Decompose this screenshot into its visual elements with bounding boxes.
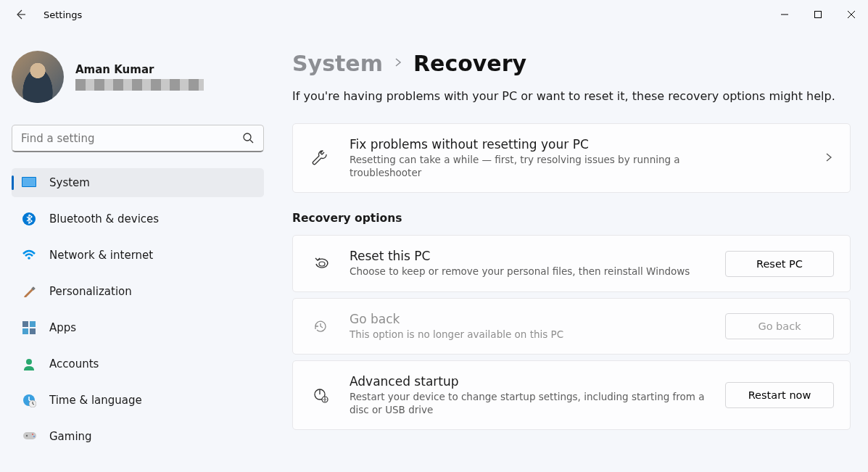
- svg-point-20: [319, 262, 325, 266]
- reset-icon: [310, 255, 331, 273]
- back-button[interactable]: [13, 7, 28, 22]
- nav-bluetooth[interactable]: Bluetooth & devices: [12, 204, 264, 233]
- app-title: Settings: [44, 9, 82, 20]
- personalization-icon: [22, 284, 36, 299]
- nav-label: Gaming: [49, 430, 92, 443]
- nav-label: Apps: [49, 321, 76, 334]
- wifi-icon: [22, 248, 36, 262]
- close-button[interactable]: [835, 0, 868, 29]
- bluetooth-icon: [22, 212, 36, 226]
- card-title: Reset this PC: [350, 249, 706, 263]
- user-profile[interactable]: Aman Kumar: [12, 51, 265, 103]
- intro-text: If you're having problems with your PC o…: [292, 89, 853, 103]
- card-subtitle: Resetting can take a while — first, try …: [350, 153, 727, 179]
- nav-gaming[interactable]: Gaming: [12, 422, 264, 451]
- chevron-right-icon: [393, 57, 403, 70]
- card-subtitle: This option is no longer available on th…: [350, 328, 706, 341]
- avatar: [12, 51, 64, 103]
- svg-rect-5: [22, 178, 36, 186]
- apps-icon: [22, 320, 36, 335]
- advanced-startup-card: Advanced startup Restart your device to …: [292, 360, 851, 430]
- card-title: Advanced startup: [350, 374, 706, 389]
- svg-rect-12: [30, 328, 36, 334]
- history-icon: [310, 318, 331, 335]
- user-email-redacted: [75, 79, 204, 91]
- card-subtitle: Restart your device to change startup se…: [350, 390, 706, 416]
- section-title: Recovery options: [292, 212, 853, 225]
- svg-point-2: [244, 133, 251, 141]
- card-subtitle: Choose to keep or remove your personal f…: [350, 265, 706, 278]
- svg-point-18: [32, 434, 33, 435]
- svg-point-17: [26, 435, 28, 436]
- card-title: Go back: [350, 312, 706, 326]
- svg-point-19: [33, 436, 35, 437]
- user-name: Aman Kumar: [75, 63, 204, 76]
- system-icon: [22, 175, 36, 190]
- accounts-icon: [22, 357, 36, 371]
- restart-now-button[interactable]: Restart now: [725, 382, 834, 408]
- nav-label: Time & language: [49, 394, 142, 407]
- fix-problems-card[interactable]: Fix problems without resetting your PC R…: [292, 123, 851, 193]
- nav-label: Personalization: [49, 285, 132, 298]
- breadcrumb-current: Recovery: [413, 51, 526, 76]
- svg-rect-10: [30, 321, 36, 327]
- search-icon[interactable]: [242, 132, 254, 146]
- svg-rect-16: [23, 432, 36, 439]
- nav-network[interactable]: Network & internet: [12, 241, 264, 270]
- nav-label: Accounts: [49, 357, 99, 370]
- nav-apps[interactable]: Apps: [12, 313, 264, 342]
- svg-rect-11: [22, 328, 28, 334]
- reset-pc-card: Reset this PC Choose to keep or remove y…: [292, 235, 851, 291]
- breadcrumb: System Recovery: [292, 51, 853, 76]
- nav-system[interactable]: System: [12, 168, 264, 197]
- nav-personalization[interactable]: Personalization: [12, 277, 264, 306]
- svg-rect-1: [815, 12, 822, 18]
- search-input[interactable]: [12, 125, 264, 152]
- go-back-card: Go back This option is no longer availab…: [292, 298, 851, 355]
- reset-pc-button[interactable]: Reset PC: [725, 251, 834, 277]
- minimize-button[interactable]: [768, 0, 801, 29]
- go-back-button: Go back: [725, 313, 834, 339]
- nav-time-language[interactable]: Time & language: [12, 386, 264, 415]
- maximize-button[interactable]: [801, 0, 835, 29]
- nav-accounts[interactable]: Accounts: [12, 349, 264, 378]
- wrench-icon: [310, 149, 331, 167]
- power-settings-icon: [310, 386, 331, 404]
- card-title: Fix problems without resetting your PC: [350, 137, 805, 152]
- chevron-right-icon: [824, 152, 834, 165]
- svg-rect-9: [22, 321, 28, 327]
- time-language-icon: [22, 393, 36, 407]
- svg-point-13: [26, 359, 32, 365]
- breadcrumb-parent[interactable]: System: [292, 51, 383, 76]
- svg-point-7: [28, 257, 30, 260]
- nav-label: Bluetooth & devices: [49, 212, 159, 225]
- svg-line-3: [250, 140, 253, 143]
- nav-label: Network & internet: [49, 249, 153, 262]
- nav-label: System: [49, 176, 90, 189]
- gaming-icon: [22, 429, 36, 444]
